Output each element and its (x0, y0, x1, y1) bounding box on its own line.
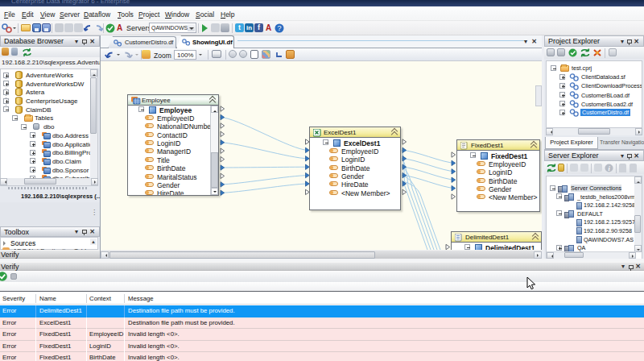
svg-text:?: ? (277, 24, 281, 32)
